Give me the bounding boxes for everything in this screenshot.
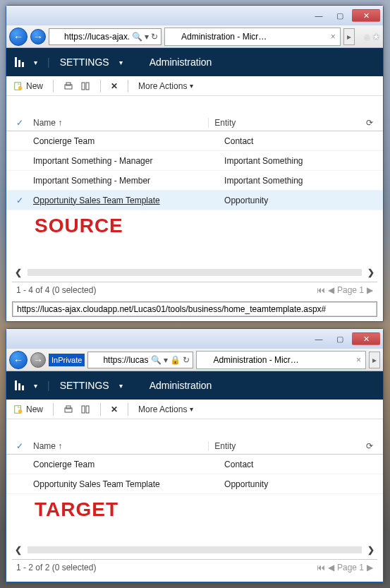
search-icon[interactable]: 🔍 [151, 355, 162, 365]
status-bar: https://lucas-ajax.cloudapp.net/Lucas01/… [12, 301, 377, 317]
pager-page: Page 1 [337, 563, 364, 572]
svg-point-1 [18, 86, 22, 90]
select-all-checkbox[interactable]: ✓ [16, 441, 26, 451]
more-actions-button[interactable]: More Actions ▾ [138, 81, 193, 91]
more-actions-button[interactable]: More Actions ▾ [138, 404, 193, 414]
new-button[interactable]: New [13, 404, 43, 414]
minimize-button[interactable]: — [310, 332, 328, 345]
maximize-button[interactable]: ▢ [331, 9, 349, 22]
scrollbar-track[interactable] [28, 269, 362, 276]
grid-row-selected[interactable]: ✓ Opportunity Sales Team Template Opport… [6, 191, 383, 210]
scrollbar-track[interactable] [28, 546, 362, 553]
forward-button[interactable]: → [30, 29, 46, 44]
col-header-name[interactable]: Name ↑ [33, 118, 201, 128]
refresh-icon[interactable]: ⟳ [362, 118, 373, 128]
refresh-icon[interactable]: ↻ [151, 32, 158, 42]
first-page-icon[interactable]: ⏮ [317, 563, 325, 572]
next-page-icon[interactable]: ▶ [367, 285, 373, 295]
tab-close-icon[interactable]: × [356, 355, 361, 365]
close-button[interactable]: ✕ [352, 332, 380, 345]
print-icon[interactable] [63, 404, 73, 414]
row-name: Important Something - Manager [33, 156, 212, 166]
delete-icon[interactable]: ✕ [111, 81, 118, 91]
annotation-source: SOURCE [6, 210, 383, 241]
prev-page-icon[interactable]: ◀ [328, 285, 334, 295]
nav-dropdown-icon[interactable]: ▾ [34, 59, 37, 66]
export-icon[interactable] [80, 404, 90, 414]
titlebar: — ▢ ✕ [6, 6, 383, 25]
col-header-entity[interactable]: Entity [208, 441, 355, 451]
svg-rect-10 [82, 406, 85, 413]
scroll-right-icon[interactable]: ❯ [365, 545, 377, 555]
grid-row[interactable]: Concierge Team Contact [6, 455, 383, 474]
crm-nav-bar: ▾ | SETTINGS ▾ Administration [6, 371, 383, 400]
tab-favicon [201, 355, 210, 365]
prev-page-icon[interactable]: ◀ [328, 563, 334, 572]
dropdown-icon[interactable]: ▾ [145, 32, 149, 42]
browser-tab[interactable]: Administration - Micr… × [196, 351, 366, 369]
svg-point-7 [18, 409, 22, 413]
svg-rect-5 [86, 83, 89, 90]
browser-toolbar: ← → https://lucas-ajax.cl… 🔍 ▾ ↻ Adminis… [6, 25, 383, 48]
row-entity: Important Something [219, 176, 373, 186]
url-text: https://lucas-ajax.c [103, 355, 148, 365]
new-button[interactable]: New [13, 81, 43, 91]
maximize-button[interactable]: ▢ [331, 332, 349, 345]
pager-status: 1 - 4 of 4 (0 selected) [16, 285, 96, 295]
favorites-icon[interactable]: ★ [372, 32, 380, 42]
home-icon[interactable]: ⌂ [365, 32, 370, 42]
new-icon [13, 404, 23, 414]
row-entity: Important Something [219, 156, 373, 166]
svg-rect-4 [82, 83, 85, 90]
crm-logo-icon[interactable] [15, 380, 24, 390]
grid-footer: ❮ ❯ 1 - 4 of 4 (0 selected) ⏮ ◀ Page 1 ▶ [12, 266, 377, 297]
grid-row[interactable]: Concierge Team Contact [6, 131, 383, 151]
back-button[interactable]: ← [9, 28, 28, 46]
nav-settings[interactable]: SETTINGS [60, 56, 109, 68]
new-tab-button[interactable]: ▸ [343, 28, 355, 45]
nav-page[interactable]: Administration [150, 380, 212, 391]
crm-logo-icon[interactable] [15, 57, 24, 67]
col-header-entity[interactable]: Entity [208, 118, 355, 128]
tab-close-icon[interactable]: × [331, 32, 336, 42]
back-button[interactable]: ← [9, 351, 28, 369]
print-icon[interactable] [63, 81, 73, 91]
refresh-icon[interactable]: ⟳ [362, 441, 373, 451]
settings-dropdown-icon[interactable]: ▾ [119, 59, 123, 66]
col-header-name[interactable]: Name ↑ [33, 441, 201, 451]
lock-icon: 🔒 [170, 355, 181, 365]
grid-row[interactable]: Important Something - Member Important S… [6, 171, 383, 191]
row-check[interactable]: ✓ [16, 196, 26, 205]
address-bar[interactable]: https://lucas-ajax.c 🔍 ▾ 🔒 ↻ [87, 352, 193, 368]
titlebar: — ▢ ✕ [6, 329, 383, 349]
minimize-button[interactable]: — [310, 9, 328, 22]
scroll-left-icon[interactable]: ❮ [12, 268, 25, 277]
search-icon[interactable]: 🔍 [132, 32, 142, 42]
first-page-icon[interactable]: ⏮ [317, 285, 325, 295]
row-entity: Opportunity [219, 479, 373, 489]
delete-icon[interactable]: ✕ [111, 404, 118, 414]
dropdown-icon[interactable]: ▾ [164, 355, 168, 365]
refresh-icon[interactable]: ↻ [183, 355, 190, 365]
browser-tab[interactable]: Administration - Micr… × [164, 28, 341, 46]
nav-settings[interactable]: SETTINGS [60, 380, 109, 391]
new-tab-button[interactable]: ▸ [369, 352, 380, 368]
next-page-icon[interactable]: ▶ [367, 563, 373, 572]
tab-favicon [169, 32, 178, 42]
nav-page[interactable]: Administration [150, 56, 212, 68]
address-bar[interactable]: https://lucas-ajax.cl… 🔍 ▾ ↻ [49, 28, 162, 45]
grid-footer: ❮ ❯ 1 - 2 of 2 (0 selected) ⏮ ◀ Page 1 ▶ [12, 544, 377, 575]
forward-button[interactable]: → [30, 352, 46, 368]
grid-row[interactable]: Important Something - Manager Important … [6, 151, 383, 171]
scroll-left-icon[interactable]: ❮ [12, 545, 25, 555]
row-entity: Contact [219, 460, 373, 469]
settings-dropdown-icon[interactable]: ▾ [119, 382, 123, 390]
crm-nav-bar: ▾ | SETTINGS ▾ Administration [6, 48, 383, 76]
scroll-right-icon[interactable]: ❯ [365, 268, 377, 277]
url-text: https://lucas-ajax.cl… [64, 32, 129, 42]
select-all-checkbox[interactable]: ✓ [16, 118, 26, 128]
export-icon[interactable] [80, 81, 90, 91]
close-button[interactable]: ✕ [352, 9, 380, 22]
nav-dropdown-icon[interactable]: ▾ [34, 382, 37, 390]
grid-row[interactable]: Opportunity Sales Team Template Opportun… [6, 474, 383, 494]
